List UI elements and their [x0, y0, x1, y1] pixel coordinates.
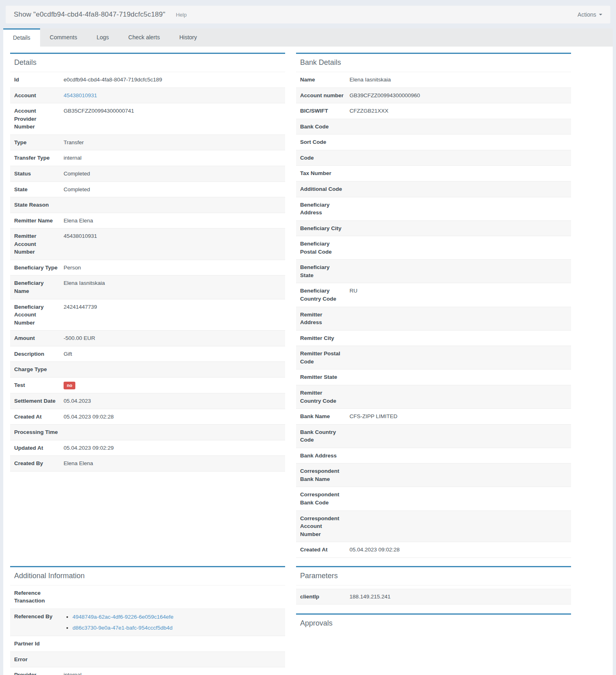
- row-value: Person: [60, 260, 285, 276]
- row-label: BIC/SWIFT: [296, 103, 345, 119]
- row-label: Remitter Country Code: [296, 385, 345, 408]
- row-label: Remitter Address: [296, 307, 345, 330]
- row-value: 05.04.2023: [60, 393, 285, 409]
- row-value: Transfer: [60, 135, 285, 150]
- row-label: Remitter Postal Code: [296, 346, 345, 370]
- row-label: Tax Number: [296, 166, 345, 182]
- page: Show "e0cdfb94-cbd4-4fa8-8047-719dcfc5c1…: [0, 6, 616, 675]
- bank-details-attributes-table: NameElena IasnitskaiaAccount numberGB39C…: [296, 72, 571, 558]
- row-label: Beneficiary Account Number: [10, 299, 60, 331]
- bank-details-panel: Bank Details NameElena IasnitskaiaAccoun…: [296, 53, 571, 558]
- row-label: Remitter State: [296, 370, 345, 385]
- row-value: Completed: [60, 166, 285, 182]
- row-value: [60, 362, 285, 378]
- row-value: Elena Elena: [60, 213, 285, 229]
- row-label: Name: [296, 72, 345, 88]
- row-value: e0cdfb94-cbd4-4fa8-8047-719dcfc5c189: [60, 72, 285, 88]
- row-value: [345, 166, 571, 182]
- row-value: Completed: [60, 182, 285, 197]
- tab-logs[interactable]: Logs: [87, 28, 118, 47]
- row-label: Reference Transaction: [10, 585, 60, 609]
- row-label: Settlement Date: [10, 393, 60, 409]
- row-label: Created At: [296, 542, 345, 558]
- panel-row-bottom: Additional Information Reference Transac…: [10, 566, 606, 675]
- row-value: [345, 150, 571, 166]
- attribute-row: Beneficiary Account Number24241447739: [10, 299, 285, 331]
- attribute-row: Beneficiary State: [296, 260, 571, 283]
- row-value: [345, 346, 571, 370]
- row-value: Elena Iasnitskaia: [345, 72, 571, 88]
- referenced-by-list: 4948749a-62ac-4df6-9226-6e059c164efed86c…: [64, 613, 281, 632]
- row-value: -500.00 EUR: [60, 331, 285, 346]
- row-label: Beneficiary Type: [10, 260, 60, 276]
- row-label: Code: [296, 150, 345, 166]
- attribute-row: Correspondent Account Number: [296, 511, 571, 542]
- row-label: Beneficiary Name: [10, 276, 60, 299]
- attribute-row: TypeTransfer: [10, 135, 285, 150]
- row-value: [345, 307, 571, 330]
- reference-link[interactable]: d86c3730-9e0a-47e1-bafc-954cccf5db4d: [72, 625, 173, 631]
- row-value: [345, 487, 571, 511]
- row-value: GB39CFZZ00994300000960: [345, 88, 571, 103]
- row-label: Remitter City: [296, 330, 345, 346]
- tab-comments[interactable]: Comments: [40, 28, 87, 47]
- value-link[interactable]: 45438010931: [64, 92, 97, 98]
- attribute-row: Beneficiary TypePerson: [10, 260, 285, 276]
- row-label: clientIp: [296, 589, 345, 605]
- row-label: Sort Code: [296, 135, 345, 150]
- attribute-row: Code: [296, 150, 571, 166]
- row-label: Bank Country Code: [296, 424, 345, 448]
- attribute-row: Reference Transaction: [10, 585, 285, 609]
- row-label: State: [10, 182, 60, 197]
- attribute-row: Remitter Postal Code: [296, 346, 571, 370]
- attribute-row: Amount-500.00 EUR: [10, 331, 285, 346]
- row-label: Remitter Account Number: [10, 229, 60, 260]
- row-label: Partner Id: [10, 636, 60, 652]
- row-label: Test: [10, 377, 60, 393]
- tab-details[interactable]: Details: [3, 28, 40, 47]
- row-label: Referenced By: [10, 609, 60, 636]
- attribute-row: Transfer Typeinternal: [10, 150, 285, 166]
- row-value: [345, 236, 571, 260]
- attribute-row: BIC/SWIFTCFZZGB21XXX: [296, 103, 571, 119]
- row-value: Elena Iasnitskaia: [60, 276, 285, 299]
- attribute-row: Remitter State: [296, 370, 571, 385]
- attribute-row: Ide0cdfb94-cbd4-4fa8-8047-719dcfc5c189: [10, 72, 285, 88]
- row-value: 05.04.2023 09:02:29: [60, 440, 285, 456]
- row-value: [345, 370, 571, 385]
- tab-history[interactable]: History: [170, 28, 207, 47]
- help-link[interactable]: Help: [176, 12, 187, 18]
- row-label: Beneficiary State: [296, 260, 345, 283]
- attribute-row: Bank Code: [296, 119, 571, 135]
- attribute-row: Charge Type: [10, 362, 285, 378]
- row-label: Beneficiary Country Code: [296, 283, 345, 307]
- row-value: 24241447739: [60, 299, 285, 331]
- panel-row-top: Details Ide0cdfb94-cbd4-4fa8-8047-719dcf…: [10, 53, 606, 558]
- row-label: Bank Code: [296, 119, 345, 135]
- row-label: Error: [10, 652, 60, 667]
- attribute-row: Tax Number: [296, 166, 571, 182]
- list-item: 4948749a-62ac-4df6-9226-6e059c164efe: [72, 613, 281, 621]
- row-label: Bank Address: [296, 448, 345, 464]
- reference-link[interactable]: 4948749a-62ac-4df6-9226-6e059c164efe: [72, 614, 173, 620]
- approvals-panel: Approvals: [296, 613, 571, 635]
- attribute-row: Beneficiary Country CodeRU: [296, 283, 571, 307]
- row-value: 45438010931: [60, 88, 285, 103]
- attribute-row: Settlement Date05.04.2023: [10, 393, 285, 409]
- attribute-row: StateCompleted: [10, 182, 285, 197]
- row-value: internal: [60, 667, 285, 675]
- row-value: Gift: [60, 346, 285, 362]
- row-label: Provider: [10, 667, 60, 675]
- caret-down-icon: [599, 14, 602, 17]
- row-label: Beneficiary City: [296, 220, 345, 236]
- row-label: Amount: [10, 331, 60, 346]
- tab-check-alerts[interactable]: Check alerts: [119, 28, 170, 47]
- attribute-row: Referenced By4948749a-62ac-4df6-9226-6e0…: [10, 609, 285, 636]
- row-value: 45438010931: [60, 229, 285, 260]
- row-value: [60, 636, 285, 652]
- row-label: Created At: [10, 409, 60, 425]
- attribute-row: Account numberGB39CFZZ00994300000960: [296, 88, 571, 103]
- row-value: [345, 197, 571, 220]
- row-value: [60, 197, 285, 213]
- actions-dropdown[interactable]: Actions: [578, 11, 602, 18]
